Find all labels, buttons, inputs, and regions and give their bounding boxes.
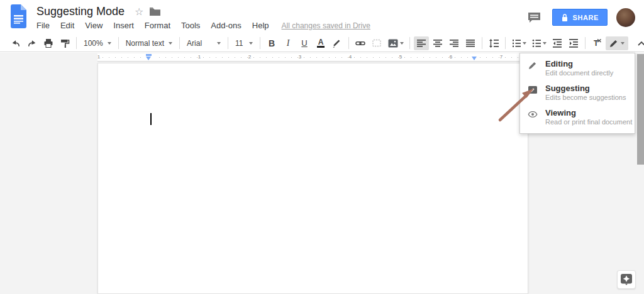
- highlight-button[interactable]: [330, 36, 345, 50]
- comments-icon[interactable]: [528, 12, 541, 23]
- chevron-down-icon: [217, 42, 221, 45]
- editing-mode-button[interactable]: [606, 36, 628, 50]
- ruler-number: 4: [347, 54, 353, 60]
- chevron-down-icon: [400, 42, 404, 45]
- ruler-number: 6: [448, 54, 454, 60]
- numbered-list-button[interactable]: [509, 36, 528, 50]
- separator: [482, 37, 482, 49]
- move-folder-icon[interactable]: [150, 7, 160, 16]
- ruler-number: 3: [297, 54, 303, 60]
- separator: [228, 37, 228, 49]
- separator: [505, 37, 506, 49]
- chevron-down-icon: [621, 42, 625, 45]
- chevron-down-icon: [523, 42, 526, 45]
- toolbar: 100% Normal text Arial 11 B I U A: [0, 35, 644, 52]
- lock-icon: [561, 13, 569, 22]
- text-cursor: [150, 113, 152, 125]
- mode-menu-item-suggesting[interactable]: Suggesting Edits become suggestions: [520, 81, 635, 106]
- insert-comment-button[interactable]: [369, 36, 384, 50]
- redo-button[interactable]: [25, 36, 40, 50]
- ruler-number: 1: [96, 54, 102, 60]
- header: Suggesting Mode ☆ File Edit View Insert …: [0, 0, 644, 35]
- clear-formatting-button[interactable]: T: [589, 36, 604, 50]
- right-indent-marker[interactable]: [472, 57, 477, 60]
- insert-image-button[interactable]: [386, 36, 406, 50]
- mode-menu-item-editing[interactable]: Editing Edit document directly: [520, 57, 635, 81]
- menu-tools[interactable]: Tools: [181, 21, 200, 30]
- paragraph-style-select[interactable]: Normal text: [123, 36, 175, 50]
- justify-button[interactable]: [463, 36, 478, 50]
- menu-help[interactable]: Help: [252, 21, 269, 30]
- menu-edit[interactable]: Edit: [60, 21, 74, 30]
- chevron-down-icon: [108, 42, 111, 45]
- chevron-down-icon: [249, 42, 253, 45]
- suggest-icon: [528, 85, 538, 95]
- ruler-number: 7: [498, 54, 504, 60]
- zoom-select[interactable]: 100%: [80, 36, 114, 50]
- text-color-button[interactable]: A: [313, 36, 328, 50]
- separator: [118, 37, 119, 49]
- font-size-select[interactable]: 11: [232, 36, 256, 50]
- insert-link-button[interactable]: [353, 36, 368, 50]
- separator: [348, 37, 349, 49]
- share-button[interactable]: SHARE: [552, 9, 608, 26]
- menu-insert[interactable]: Insert: [113, 21, 134, 30]
- print-button[interactable]: [41, 36, 56, 50]
- separator: [179, 37, 180, 49]
- docs-logo[interactable]: [9, 4, 28, 28]
- undo-button[interactable]: [8, 36, 23, 50]
- separator: [585, 37, 586, 49]
- document-title[interactable]: Suggesting Mode: [36, 5, 125, 18]
- hide-menus-button[interactable]: [634, 36, 644, 50]
- separator: [76, 37, 77, 49]
- underline-button[interactable]: U: [297, 36, 312, 50]
- mode-description: Edit document directly: [545, 69, 613, 77]
- mode-dropdown-menu: Editing Edit document directly Suggestin…: [519, 53, 635, 134]
- mode-menu-item-viewing[interactable]: Viewing Read or print final document: [520, 106, 635, 130]
- share-label: SHARE: [572, 14, 599, 21]
- menu-format[interactable]: Format: [145, 21, 170, 30]
- bold-button[interactable]: B: [264, 36, 279, 50]
- mode-label: Suggesting: [545, 84, 626, 93]
- decrease-indent-button[interactable]: [550, 36, 565, 50]
- mode-label: Viewing: [545, 109, 632, 117]
- ruler[interactable]: 1 1 2 3 4 5 6 7: [97, 53, 528, 62]
- bullet-list-button[interactable]: [530, 36, 548, 50]
- document-canvas: 1 1 2 3 4 5 6 7 Editing Edit document di…: [0, 53, 644, 294]
- line-spacing-button[interactable]: [486, 36, 501, 50]
- chevron-down-icon: [169, 42, 172, 45]
- menu-addons[interactable]: Add-ons: [211, 21, 241, 30]
- menu-view[interactable]: View: [85, 21, 103, 30]
- mode-label: Editing: [545, 60, 613, 68]
- mode-description: Edits become suggestions: [545, 94, 626, 102]
- vertical-scrollbar[interactable]: [637, 54, 644, 165]
- document-page[interactable]: [97, 63, 528, 294]
- chevron-down-icon: [543, 42, 547, 45]
- explore-button[interactable]: [617, 270, 636, 289]
- align-right-button[interactable]: [447, 36, 462, 50]
- align-center-button[interactable]: [430, 36, 445, 50]
- avatar[interactable]: [616, 8, 635, 27]
- eye-icon: [528, 109, 538, 119]
- italic-button[interactable]: I: [280, 36, 296, 50]
- pencil-icon: [528, 60, 538, 70]
- paint-format-button[interactable]: [57, 36, 72, 50]
- align-left-button[interactable]: [414, 36, 429, 50]
- star-icon[interactable]: ☆: [135, 6, 143, 18]
- mode-description: Read or print final document: [545, 118, 632, 126]
- ruler-number: 5: [397, 54, 404, 60]
- separator: [409, 37, 410, 49]
- menu-file[interactable]: File: [36, 21, 50, 30]
- svg-text:T: T: [594, 39, 599, 48]
- increase-indent-button[interactable]: [566, 36, 581, 50]
- menu-bar: File Edit View Insert Format Tools Add-o…: [36, 21, 370, 30]
- save-status[interactable]: All changes saved in Drive: [282, 21, 370, 30]
- font-select[interactable]: Arial: [184, 36, 224, 50]
- separator: [260, 37, 260, 49]
- left-indent-marker[interactable]: [146, 54, 152, 60]
- ruler-number: 2: [247, 54, 253, 60]
- ruler-number: 1: [196, 54, 203, 60]
